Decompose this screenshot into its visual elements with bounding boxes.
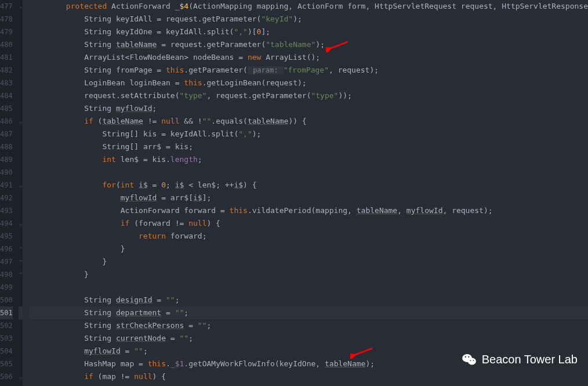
- code-line[interactable]: ArrayList<FlowNodeBean> nodeBeans = new …: [30, 51, 588, 64]
- code-line[interactable]: [30, 281, 588, 294]
- line-number: 489: [0, 153, 13, 166]
- line-number: 481: [0, 51, 13, 64]
- line-number: 492: [0, 192, 13, 204]
- code-line[interactable]: String department = "";: [30, 306, 588, 319]
- fold-spacer: [19, 345, 23, 358]
- code-line[interactable]: String[] kis = keyIdAll.split(",");: [30, 128, 588, 140]
- line-number: 488: [0, 140, 13, 153]
- line-number: 493: [0, 204, 13, 217]
- line-number: 485: [0, 102, 13, 115]
- fold-end-icon[interactable]: ⌃: [19, 255, 23, 268]
- line-number: 503: [0, 332, 13, 345]
- fold-spacer: [19, 140, 23, 153]
- line-number: 498: [0, 268, 13, 281]
- line-number: 496: [0, 243, 13, 255]
- fold-spacer: [19, 13, 23, 26]
- fold-collapse-icon[interactable]: ⌄: [19, 217, 23, 230]
- code-line[interactable]: request.setAttribute("type", request.get…: [30, 89, 588, 102]
- code-editor[interactable]: 4774784794804814824834844854864874884894…: [0, 0, 588, 386]
- code-line[interactable]: [30, 166, 588, 179]
- code-line[interactable]: String strCheckPersons = "";: [30, 319, 588, 332]
- code-line[interactable]: myflowId = "";: [30, 345, 588, 358]
- code-line[interactable]: }: [30, 268, 588, 281]
- line-number: 505: [0, 358, 13, 370]
- line-number: 497: [0, 255, 13, 268]
- code-line[interactable]: if (map != null) {: [30, 370, 588, 383]
- fold-spacer: [19, 38, 23, 51]
- fold-spacer: [19, 192, 23, 204]
- code-line[interactable]: return forward;: [30, 230, 588, 243]
- line-number: 491: [0, 179, 13, 192]
- code-line[interactable]: if (tableName != null && !"".equals(tabl…: [30, 115, 588, 128]
- line-number: 504: [0, 345, 13, 358]
- code-line[interactable]: String[] arr$ = kis;: [30, 140, 588, 153]
- fold-spacer: [19, 77, 23, 89]
- code-line[interactable]: myflowId = arr$[i$];: [30, 192, 588, 204]
- fold-spacer: [19, 166, 23, 179]
- line-number: 499: [0, 281, 13, 294]
- fold-spacer: [19, 319, 23, 332]
- fold-spacer: [19, 26, 23, 38]
- line-number: 502: [0, 319, 13, 332]
- code-line[interactable]: String designId = "";: [30, 294, 588, 306]
- code-line[interactable]: String fromPage = this.getParameter( par…: [30, 64, 588, 77]
- fold-spacer: [19, 89, 23, 102]
- code-line[interactable]: String currentNode = "";: [30, 332, 588, 345]
- code-line[interactable]: }: [30, 243, 588, 255]
- fold-spacer: [19, 128, 23, 140]
- fold-collapse-icon[interactable]: ⌄: [19, 179, 23, 192]
- line-number: 487: [0, 128, 13, 140]
- fold-spacer: [19, 204, 23, 217]
- line-number: 480: [0, 38, 13, 51]
- fold-end-icon[interactable]: ⌃: [19, 268, 23, 281]
- code-line[interactable]: ActionForward forward = this.vildatePeri…: [30, 204, 588, 217]
- fold-spacer: [19, 230, 23, 243]
- line-number: 483: [0, 77, 13, 89]
- code-area[interactable]: protected ActionForward _$4(ActionMappin…: [23, 0, 588, 386]
- code-line[interactable]: String tableName = request.getParameter(…: [30, 38, 588, 51]
- code-line[interactable]: LoginBean loginBean = this.getLoginBean(…: [30, 77, 588, 89]
- line-number: 506: [0, 370, 13, 383]
- fold-spacer: [19, 51, 23, 64]
- fold-collapse-icon[interactable]: ⌄: [19, 370, 23, 383]
- line-number: 479: [0, 26, 13, 38]
- line-number: 490: [0, 166, 13, 179]
- line-number: 486: [0, 115, 13, 128]
- code-line[interactable]: HashMap map = this._$1.getOAMyWorkFlowIn…: [30, 358, 588, 370]
- line-number: 494: [0, 217, 13, 230]
- code-line[interactable]: protected ActionForward _$4(ActionMappin…: [30, 0, 588, 13]
- line-number: 477: [0, 0, 13, 13]
- line-number-gutter: 4774784794804814824834844854864874884894…: [0, 0, 19, 386]
- code-line[interactable]: }: [30, 255, 588, 268]
- fold-spacer: [19, 64, 23, 77]
- code-line[interactable]: if (forward != null) {: [30, 217, 588, 230]
- fold-column[interactable]: ⌄⌄⌄⌄⌃⌃⌃⌄: [19, 0, 23, 386]
- fold-spacer: [19, 102, 23, 115]
- line-number: 495: [0, 230, 13, 243]
- code-line[interactable]: String keyIdOne = keyIdAll.split(",")[0]…: [30, 26, 588, 38]
- fold-end-icon[interactable]: ⌃: [19, 243, 23, 255]
- fold-spacer: [19, 281, 23, 294]
- code-line[interactable]: String myflowId;: [30, 102, 588, 115]
- fold-collapse-icon[interactable]: ⌄: [19, 0, 23, 13]
- code-line[interactable]: for(int i$ = 0; i$ < len$; ++i$) {: [30, 179, 588, 192]
- line-number: 482: [0, 64, 13, 77]
- fold-spacer: [19, 306, 23, 319]
- fold-spacer: [19, 332, 23, 345]
- line-number: 484: [0, 89, 13, 102]
- line-number: 478: [0, 13, 13, 26]
- code-line[interactable]: int len$ = kis.length;: [30, 153, 588, 166]
- fold-spacer: [19, 358, 23, 370]
- line-number: 500: [0, 294, 13, 306]
- line-number: 501: [0, 306, 13, 319]
- fold-spacer: [19, 294, 23, 306]
- fold-spacer: [19, 153, 23, 166]
- fold-collapse-icon[interactable]: ⌄: [19, 115, 23, 128]
- code-line[interactable]: String keyIdAll = request.getParameter("…: [30, 13, 588, 26]
